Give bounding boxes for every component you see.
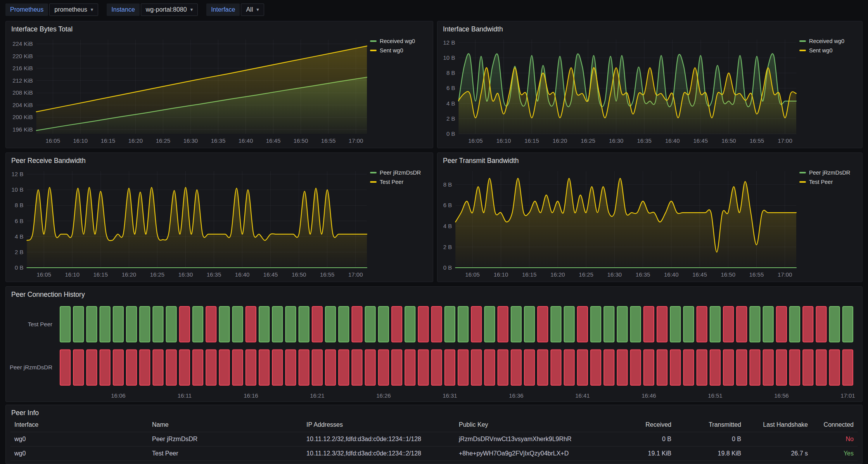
svg-text:16:35: 16:35 <box>636 271 650 278</box>
panel-body: 0 B2 B4 B6 B8 B10 B12 B16:0516:1016:1516… <box>6 166 433 282</box>
series-color-swatch <box>370 40 377 42</box>
svg-text:17:01: 17:01 <box>840 392 855 399</box>
column-header[interactable]: Interface <box>10 421 148 428</box>
table-cell: 0 B <box>675 436 745 443</box>
table-cell: +8he+pyWH7Oa9g2FVjIxQzy04brLX+D <box>455 450 617 457</box>
svg-text:6 B: 6 B <box>443 202 452 208</box>
panel-peer-transmit-bandwidth: Peer Transmit Bandwidth 0 B2 B4 B6 B8 B1… <box>437 152 863 282</box>
svg-text:16:30: 16:30 <box>607 271 622 278</box>
var-picker-interface[interactable]: All ▾ <box>241 3 264 16</box>
column-header[interactable]: IP Addresses <box>303 421 455 428</box>
legend: Peer jRzmDsDRTest Peer <box>370 166 429 281</box>
table-cell: 10.11.12.2/32,fdfd:d3ad:c0de:1234::1/128 <box>303 436 455 443</box>
legend: Received wg0Sent wg0 <box>799 35 858 147</box>
panel-header: Interface Bytes Total <box>6 21 433 34</box>
svg-text:16:30: 16:30 <box>609 137 624 144</box>
svg-text:17:00: 17:00 <box>778 271 792 278</box>
legend-label: Sent wg0 <box>809 47 832 54</box>
svg-text:4 B: 4 B <box>443 223 452 229</box>
svg-text:10 B: 10 B <box>12 186 24 193</box>
svg-text:16:35: 16:35 <box>637 137 652 144</box>
svg-text:0 B: 0 B <box>443 264 452 271</box>
column-header[interactable]: Public Key <box>455 421 617 428</box>
svg-text:16:05: 16:05 <box>465 271 480 278</box>
series-color-swatch <box>799 40 806 42</box>
panel-header: Peer Connection History <box>6 287 862 300</box>
panel-title[interactable]: Peer Connection History <box>11 291 85 299</box>
panel-title[interactable]: Peer Transmit Bandwidth <box>443 157 519 165</box>
svg-text:16:40: 16:40 <box>664 271 679 278</box>
legend-item[interactable]: Peer jRzmDsDR <box>370 170 429 176</box>
svg-text:16:40: 16:40 <box>665 137 680 144</box>
svg-text:16:45: 16:45 <box>693 137 708 144</box>
svg-text:16:40: 16:40 <box>235 271 250 278</box>
svg-text:16:30: 16:30 <box>178 271 193 278</box>
svg-text:0 B: 0 B <box>446 130 455 137</box>
svg-text:216 KiB: 216 KiB <box>12 65 33 71</box>
var-group-interface: Interface All ▾ <box>206 3 264 16</box>
svg-text:16:10: 16:10 <box>73 137 88 144</box>
svg-text:212 KiB: 212 KiB <box>12 77 33 84</box>
var-group-prometheus: Prometheus prometheus ▾ <box>5 3 98 16</box>
legend-item[interactable]: Test Peer <box>370 179 429 185</box>
svg-text:16:45: 16:45 <box>266 137 281 144</box>
table-cell: wg0 <box>10 436 148 443</box>
legend-item[interactable]: Sent wg0 <box>370 47 429 54</box>
svg-text:16:55: 16:55 <box>749 271 764 278</box>
column-header[interactable]: Transmitted <box>675 421 745 428</box>
table-cell: 19.1 KiB <box>617 450 675 457</box>
panel-title[interactable]: Interface Bytes Total <box>11 25 73 33</box>
panel-title[interactable]: Interface Bandwidth <box>443 25 503 33</box>
svg-text:12 B: 12 B <box>12 171 24 177</box>
svg-text:208 KiB: 208 KiB <box>12 89 33 96</box>
legend-item[interactable]: Received wg0 <box>799 38 858 44</box>
svg-text:16:51: 16:51 <box>708 392 723 399</box>
svg-text:Peer jRzmDsDR: Peer jRzmDsDR <box>10 364 52 371</box>
grafana-dashboard: Prometheus prometheus ▾ Instance wg-port… <box>0 0 868 464</box>
panel-body: 0 B2 B4 B6 B8 B16:0516:1016:1516:2016:25… <box>437 166 862 282</box>
svg-text:16:10: 16:10 <box>65 271 80 278</box>
legend-item[interactable]: Peer jRzmDsDR <box>799 170 858 176</box>
svg-text:16:36: 16:36 <box>509 392 524 399</box>
svg-text:16:50: 16:50 <box>292 271 306 278</box>
panel-title[interactable]: Peer Receive Bandwidth <box>11 157 86 165</box>
svg-text:200 KiB: 200 KiB <box>12 114 33 120</box>
chevron-down-icon: ▾ <box>190 7 193 12</box>
svg-text:16:20: 16:20 <box>550 271 565 278</box>
chevron-down-icon: ▾ <box>91 7 93 12</box>
dashboard-variable-bar: Prometheus prometheus ▾ Instance wg-port… <box>5 3 264 16</box>
legend-label: Peer jRzmDsDR <box>809 170 850 176</box>
var-label-interface: Interface <box>206 3 240 16</box>
var-picker-prometheus[interactable]: prometheus ▾ <box>49 3 98 16</box>
svg-text:196 KiB: 196 KiB <box>12 126 33 133</box>
column-header[interactable]: Last Handshake <box>745 421 812 428</box>
svg-text:16:55: 16:55 <box>750 137 764 144</box>
svg-text:16:21: 16:21 <box>310 392 325 399</box>
column-header[interactable]: Name <box>148 421 303 428</box>
svg-text:16:41: 16:41 <box>575 392 590 399</box>
svg-text:16:31: 16:31 <box>443 392 457 399</box>
svg-text:16:50: 16:50 <box>294 137 308 144</box>
panel-header: Peer Receive Bandwidth <box>6 153 433 166</box>
panel-body: 196 KiB200 KiB204 KiB208 KiB212 KiB216 K… <box>6 34 433 148</box>
svg-text:10 B: 10 B <box>443 54 455 61</box>
legend-item[interactable]: Test Peer <box>799 179 858 185</box>
svg-text:16:16: 16:16 <box>244 392 258 399</box>
svg-text:6 B: 6 B <box>446 85 455 91</box>
legend-item[interactable]: Sent wg0 <box>799 47 858 54</box>
column-header[interactable]: Received <box>617 421 675 428</box>
svg-text:2 B: 2 B <box>443 244 452 250</box>
svg-text:16:30: 16:30 <box>183 137 198 144</box>
panel-title[interactable]: Peer Info <box>11 409 39 417</box>
var-picker-instance[interactable]: wg-portal:8080 ▾ <box>141 3 198 16</box>
table-cell: No <box>812 436 858 443</box>
panel-header: Peer Info <box>6 405 862 418</box>
interface-bytes-chart: 196 KiB200 KiB204 KiB208 KiB212 KiB216 K… <box>7 35 370 147</box>
peer-info-table: InterfaceNameIP AddressesPublic KeyRecei… <box>6 418 862 464</box>
svg-text:16:55: 16:55 <box>321 137 336 144</box>
svg-text:2 B: 2 B <box>446 115 455 122</box>
column-header[interactable]: Connected <box>812 421 858 428</box>
svg-text:Test Peer: Test Peer <box>28 321 52 327</box>
legend-label: Received wg0 <box>809 38 844 44</box>
legend-item[interactable]: Received wg0 <box>370 38 429 44</box>
